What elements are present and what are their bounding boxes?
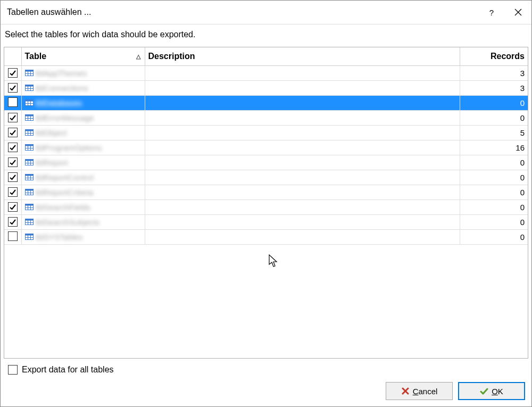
row-table-name-cell[interactable]: tblConnections [21, 81, 145, 96]
row-checkbox[interactable] [8, 97, 18, 107]
row-checkbox[interactable] [8, 68, 18, 78]
ok-button[interactable]: OK [458, 382, 525, 400]
row-description-cell[interactable] [145, 96, 460, 111]
row-checkbox[interactable] [8, 217, 18, 227]
row-checkbox[interactable] [8, 231, 18, 241]
row-checkbox-cell[interactable] [4, 230, 21, 245]
row-description-cell[interactable] [145, 126, 460, 140]
row-table-name-cell[interactable]: tblSearchFields [21, 200, 145, 215]
table-row[interactable]: tblDatabases0 [4, 96, 528, 111]
table-icon [25, 158, 34, 167]
row-table-name: tblSYSTables [36, 232, 83, 242]
titlebar: Tabellen auswählen ... ? [1, 1, 531, 24]
table-row[interactable]: tblReport0 [4, 155, 528, 170]
table-icon [25, 173, 34, 182]
row-checkbox[interactable] [8, 172, 18, 182]
row-table-name-cell[interactable]: tblSearchSubjects [21, 215, 145, 230]
row-description-cell[interactable] [145, 215, 460, 230]
export-all-row: Export data for all tables [7, 365, 525, 375]
table-row[interactable]: tblSearchSubjects0 [4, 215, 528, 230]
svg-rect-48 [25, 204, 33, 206]
row-checkbox[interactable] [8, 143, 18, 152]
row-table-name-cell[interactable]: tblReport [21, 155, 145, 170]
row-checkbox[interactable] [8, 83, 18, 93]
row-description-cell[interactable] [145, 230, 460, 245]
row-checkbox-cell[interactable] [4, 111, 21, 126]
svg-rect-8 [25, 85, 33, 87]
row-table-name-cell[interactable]: tblSYSTables [21, 230, 145, 245]
row-checkbox[interactable] [8, 128, 18, 137]
table-row[interactable]: tblSearchFields0 [4, 200, 528, 215]
row-table-name-cell[interactable]: tblDatabases [21, 96, 145, 111]
row-description-cell[interactable] [145, 111, 460, 126]
table-icon [25, 128, 34, 137]
table-row[interactable]: tblReportControl0 [4, 170, 528, 185]
table-row[interactable]: tblObject5 [4, 126, 528, 140]
row-checkbox-cell[interactable] [4, 185, 21, 200]
cancel-button[interactable]: Cancel [386, 382, 453, 400]
row-table-name-cell[interactable]: tblAppThemes [21, 66, 145, 81]
row-checkbox-cell[interactable] [4, 200, 21, 215]
sort-ascending-icon: △ [136, 53, 140, 60]
row-records-cell: 3 [460, 66, 528, 81]
row-table-name-cell[interactable]: tblProgramOptions [21, 140, 145, 155]
table-row[interactable]: tblProgramOptions16 [4, 140, 528, 155]
table-icon [25, 188, 34, 197]
row-records-cell: 5 [460, 126, 528, 140]
row-checkbox-cell[interactable] [4, 215, 21, 230]
cancel-icon [401, 387, 410, 395]
svg-rect-58 [25, 234, 33, 236]
help-button[interactable]: ? [478, 1, 505, 24]
row-table-name: tblProgramOptions [36, 143, 102, 152]
table-row[interactable]: tblConnections3 [4, 81, 528, 96]
table-row[interactable]: tblSYSTables0 [4, 230, 528, 245]
row-checkbox[interactable] [8, 157, 18, 167]
column-header-table[interactable]: Table △ [21, 47, 145, 66]
row-checkbox[interactable] [8, 187, 18, 197]
row-checkbox-cell[interactable] [4, 81, 21, 96]
row-checkbox[interactable] [8, 113, 18, 122]
tables-grid[interactable]: Table △ Description Records tblAppThemes… [4, 47, 528, 359]
svg-rect-13 [25, 100, 33, 102]
close-button[interactable] [505, 1, 531, 24]
row-checkbox-cell[interactable] [4, 126, 21, 140]
table-row[interactable]: tblReportCriteria0 [4, 185, 528, 200]
row-checkbox-cell[interactable] [4, 96, 21, 111]
row-table-name-cell[interactable]: tblReportControl [21, 170, 145, 185]
export-all-checkbox[interactable] [8, 365, 18, 375]
close-icon [514, 9, 522, 16]
table-icon [25, 98, 34, 107]
row-checkbox-cell[interactable] [4, 170, 21, 185]
row-table-name: tblReport [36, 158, 68, 167]
row-table-name-cell[interactable]: tblReportCriteria [21, 185, 145, 200]
row-description-cell[interactable] [145, 66, 460, 81]
row-description-cell[interactable] [145, 200, 460, 215]
svg-rect-38 [25, 175, 33, 176]
row-table-name: tblSearchFields [36, 203, 90, 212]
row-table-name-cell[interactable]: tblErrorMessage [21, 111, 145, 126]
row-table-name: tblReportControl [36, 173, 94, 182]
row-description-cell[interactable] [145, 185, 460, 200]
svg-rect-53 [25, 219, 33, 221]
row-checkbox[interactable] [8, 202, 18, 212]
table-row[interactable]: tblErrorMessage0 [4, 111, 528, 126]
ok-mnemonic: O [492, 387, 498, 396]
table-icon [25, 203, 34, 212]
row-checkbox-cell[interactable] [4, 66, 21, 81]
row-checkbox-cell[interactable] [4, 155, 21, 170]
row-description-cell[interactable] [145, 155, 460, 170]
row-table-name-cell[interactable]: tblObject [21, 126, 145, 140]
row-records-cell: 0 [460, 170, 528, 185]
column-header-records[interactable]: Records [460, 47, 528, 66]
row-checkbox-cell[interactable] [4, 140, 21, 155]
instruction-text: Select the tables for wich data should b… [1, 24, 531, 47]
column-header-description[interactable]: Description [145, 47, 460, 66]
table-row[interactable]: tblAppThemes3 [4, 66, 528, 81]
table-icon [25, 232, 34, 242]
column-header-checkbox[interactable] [4, 47, 21, 66]
row-description-cell[interactable] [145, 170, 460, 185]
row-description-cell[interactable] [145, 140, 460, 155]
svg-rect-28 [25, 145, 33, 146]
help-icon: ? [489, 8, 494, 17]
row-description-cell[interactable] [145, 81, 460, 96]
